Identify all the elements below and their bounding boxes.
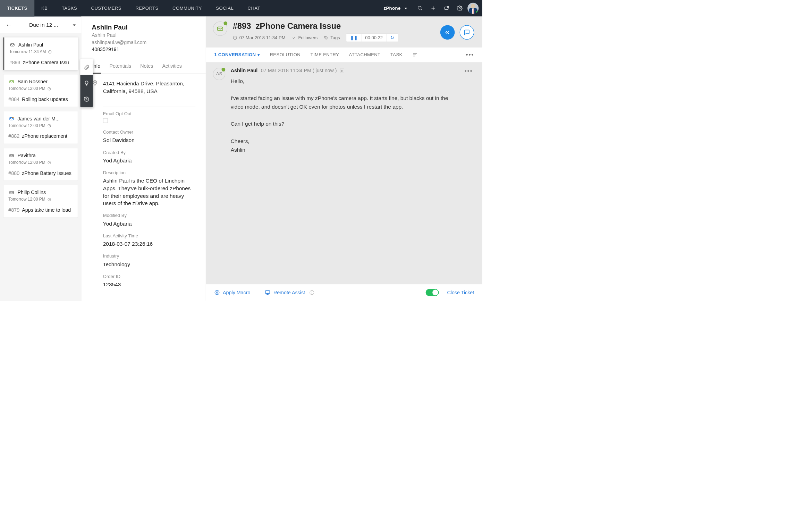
nav-community[interactable]: COMMUNITY bbox=[166, 0, 209, 17]
filter-dropdown-icon[interactable] bbox=[71, 22, 76, 28]
notifications-icon[interactable] bbox=[440, 0, 453, 17]
ticket-number: #884 bbox=[8, 96, 19, 102]
info-icon[interactable]: i bbox=[310, 290, 314, 295]
clock-icon bbox=[48, 197, 51, 201]
ticket-list-column: ← Due in 12 ... Ashlin Paul Tomorrow 11:… bbox=[0, 17, 82, 301]
ticket-number: #880 bbox=[8, 170, 19, 176]
svg-rect-7 bbox=[10, 43, 14, 46]
nav-tasks[interactable]: TASKS bbox=[55, 0, 84, 17]
field-value-order-id: 123543 bbox=[103, 281, 191, 288]
tab-time-entry[interactable]: TIME ENTRY bbox=[311, 52, 339, 57]
ticket-subject: zPhone Camera Issu bbox=[23, 59, 69, 65]
channel-icon bbox=[213, 22, 228, 36]
tags-button[interactable]: Tags bbox=[324, 35, 340, 40]
contact-tab-notes[interactable]: Notes bbox=[140, 60, 154, 74]
nav-tickets[interactable]: TICKETS bbox=[0, 0, 34, 17]
contact-email[interactable]: ashlinpaul.w@gmail.com bbox=[92, 39, 195, 45]
more-options-icon[interactable]: ••• bbox=[466, 51, 474, 58]
contact-name: Ashlin Paul bbox=[92, 24, 195, 31]
nav-customers[interactable]: CUSTOMERS bbox=[84, 0, 128, 17]
ticket-card[interactable]: Sam Rossner Tomorrow 12:00 PM #884 Rolli… bbox=[3, 74, 78, 107]
ticket-title-text: zPhone Camera Issue bbox=[256, 22, 341, 31]
message-timestamp: 07 Mar 2018 11:34 PM ( just now ) bbox=[261, 68, 337, 74]
svg-rect-14 bbox=[10, 154, 14, 157]
timer-value: 00:00:22 bbox=[362, 34, 387, 42]
gear-icon[interactable] bbox=[453, 0, 466, 17]
search-icon[interactable] bbox=[414, 0, 427, 17]
clock-icon bbox=[48, 160, 51, 164]
created-time-value: 07 Mar 2018 11:34 PM bbox=[239, 35, 286, 40]
contact-tab-info[interactable]: Info bbox=[92, 60, 101, 74]
reply-all-button[interactable] bbox=[440, 25, 455, 40]
ticket-card[interactable]: James van der M... Tomorrow 12:00 PM #88… bbox=[3, 111, 78, 144]
side-tabs bbox=[80, 59, 93, 107]
ticket-footer: Apply Macro Remote Assist i Close Ticket bbox=[206, 284, 482, 301]
ticket-due: Tomorrow 12:00 PM bbox=[8, 86, 45, 91]
tab-conversation-label: 1 CONVERSATION bbox=[214, 52, 256, 57]
field-value-last-activity: 2018-03-07 23:26:16 bbox=[103, 240, 191, 248]
status-dot-icon bbox=[223, 22, 227, 25]
comment-button[interactable] bbox=[460, 25, 474, 40]
nav-chat[interactable]: CHAT bbox=[240, 0, 267, 17]
nav-kb[interactable]: KB bbox=[34, 0, 55, 17]
field-label-created-by: Created By bbox=[103, 150, 195, 155]
expand-icon[interactable]: ▸ bbox=[340, 69, 344, 73]
contact-company: Ashlin Paul bbox=[92, 32, 195, 38]
nav-reports[interactable]: REPORTS bbox=[128, 0, 166, 17]
ticket-card[interactable]: Pavithra Tomorrow 12:00 PM #880 zPhone B… bbox=[3, 148, 78, 180]
close-ticket-button[interactable]: Close Ticket bbox=[447, 289, 474, 295]
presence-indicator bbox=[475, 10, 478, 13]
contact-tab-activities[interactable]: Activities bbox=[162, 60, 182, 74]
sort-icon[interactable] bbox=[412, 52, 418, 58]
back-arrow-icon[interactable]: ← bbox=[6, 21, 16, 28]
tags-label: Tags bbox=[330, 35, 340, 40]
side-tab-bulb-icon[interactable] bbox=[80, 75, 93, 91]
tab-attachment[interactable]: ATTACHMENT bbox=[349, 52, 381, 57]
svg-point-6 bbox=[459, 8, 460, 9]
svg-rect-19 bbox=[218, 27, 223, 31]
svg-point-25 bbox=[216, 292, 218, 293]
contact-tabs: Info Potentials Notes Activities bbox=[82, 60, 206, 74]
message-more-icon[interactable]: ••• bbox=[465, 68, 473, 75]
ticket-sender: Philip Collins bbox=[17, 189, 46, 195]
add-icon[interactable] bbox=[427, 0, 440, 17]
nav-social[interactable]: SOCIAL bbox=[209, 0, 240, 17]
channel-icon bbox=[9, 42, 16, 47]
field-value-industry: Technology bbox=[103, 261, 191, 268]
clock-icon bbox=[48, 50, 52, 53]
ticket-subject: zPhone Battery Issues bbox=[22, 170, 71, 176]
filter-label[interactable]: Due in 12 ... bbox=[29, 22, 58, 28]
apply-macro-button[interactable]: Apply Macro bbox=[214, 289, 250, 295]
timer-pause-icon[interactable]: ❚❚ bbox=[346, 34, 361, 42]
svg-rect-27 bbox=[265, 290, 270, 293]
email-opt-out-checkbox[interactable] bbox=[103, 118, 108, 123]
followers-button[interactable]: Followers bbox=[291, 35, 318, 40]
brand-switcher[interactable]: zPhone bbox=[383, 6, 407, 11]
status-toggle[interactable] bbox=[426, 289, 439, 296]
ticket-sender: James van der M... bbox=[17, 116, 59, 121]
clock-icon bbox=[48, 87, 51, 91]
remote-assist-button[interactable]: Remote Assist i bbox=[265, 289, 314, 295]
tab-conversation[interactable]: 1 CONVERSATION ▾ bbox=[214, 52, 260, 57]
contact-tab-potentials[interactable]: Potentials bbox=[109, 60, 132, 74]
ticket-subject: zPhone replacement bbox=[22, 133, 67, 139]
user-avatar[interactable] bbox=[467, 3, 479, 14]
timer-refresh-icon[interactable]: ↻ bbox=[387, 34, 398, 42]
ticket-id: #893 bbox=[233, 22, 251, 31]
ticket-card[interactable]: Philip Collins Tomorrow 12:00 PM #879 Ap… bbox=[3, 185, 78, 217]
ticket-title: #893 zPhone Camera Issue bbox=[233, 22, 435, 31]
side-tab-history-icon[interactable] bbox=[80, 91, 93, 107]
field-value-description: Ashlin Paul is the CEO of Linchpin Apps.… bbox=[103, 177, 191, 207]
svg-point-0 bbox=[418, 6, 421, 9]
ticket-subject: Apps take time to load bbox=[22, 207, 71, 213]
ticket-number: #893 bbox=[9, 59, 20, 65]
svg-point-12 bbox=[12, 117, 14, 118]
side-tab-attachment-icon[interactable] bbox=[80, 59, 93, 75]
tab-resolution[interactable]: RESOLUTION bbox=[270, 52, 301, 57]
contact-phone[interactable]: 4083529191 bbox=[92, 47, 195, 52]
ticket-number: #882 bbox=[8, 133, 19, 139]
avatar-status-dot bbox=[222, 68, 226, 71]
tab-task[interactable]: TASK bbox=[390, 52, 403, 57]
detail-tabs: 1 CONVERSATION ▾ RESOLUTION TIME ENTRY A… bbox=[206, 47, 482, 62]
ticket-card[interactable]: Ashlin Paul Tomorrow 11:34 AM #893 zPhon… bbox=[3, 37, 78, 70]
